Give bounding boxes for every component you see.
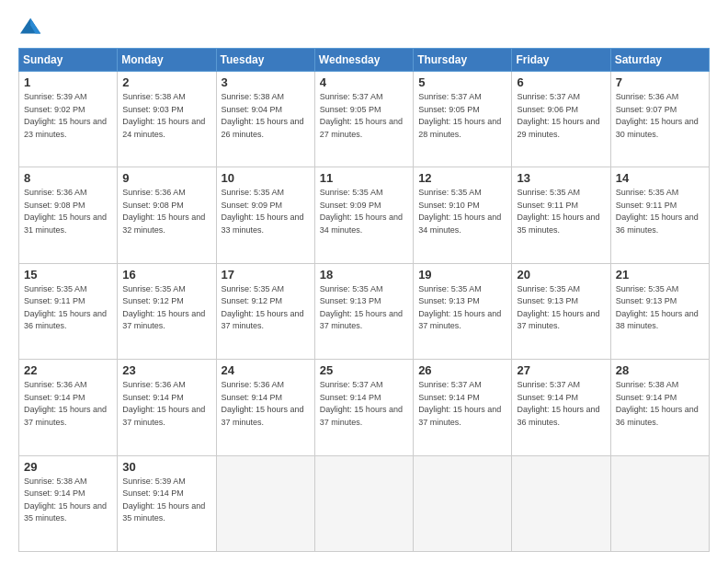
week-row-5: 29Sunrise: 5:38 AMSunset: 9:14 PMDayligh… (19, 455, 710, 551)
weekday-header-wednesday: Wednesday (314, 49, 413, 72)
day-number: 19 (418, 268, 506, 282)
header (18, 17, 710, 39)
calendar-cell: 3Sunrise: 5:38 AMSunset: 9:04 PMDaylight… (216, 72, 314, 167)
day-info: Sunrise: 5:36 AMSunset: 9:08 PMDaylight:… (24, 188, 107, 235)
weekday-header-sunday: Sunday (19, 49, 118, 72)
weekday-header-row: SundayMondayTuesdayWednesdayThursdayFrid… (19, 49, 710, 72)
calendar-cell: 26Sunrise: 5:37 AMSunset: 9:14 PMDayligh… (414, 360, 512, 455)
day-info: Sunrise: 5:35 AMSunset: 9:13 PMDaylight:… (616, 284, 699, 331)
day-info: Sunrise: 5:36 AMSunset: 9:08 PMDaylight:… (122, 188, 205, 235)
day-info: Sunrise: 5:39 AMSunset: 9:14 PMDaylight:… (122, 477, 205, 523)
week-row-2: 8Sunrise: 5:36 AMSunset: 9:08 PMDaylight… (19, 167, 710, 263)
day-info: Sunrise: 5:35 AMSunset: 9:09 PMDaylight:… (320, 188, 403, 235)
calendar-cell: 18Sunrise: 5:35 AMSunset: 9:13 PMDayligh… (314, 263, 413, 359)
day-info: Sunrise: 5:35 AMSunset: 9:10 PMDaylight:… (418, 188, 501, 235)
day-number: 2 (122, 75, 210, 89)
weekday-header-friday: Friday (512, 49, 610, 72)
day-info: Sunrise: 5:37 AMSunset: 9:05 PMDaylight:… (418, 92, 501, 139)
calendar-cell: 17Sunrise: 5:35 AMSunset: 9:12 PMDayligh… (216, 263, 314, 359)
day-number: 12 (418, 171, 506, 185)
calendar-cell: 8Sunrise: 5:36 AMSunset: 9:08 PMDaylight… (19, 167, 118, 263)
day-number: 5 (418, 75, 506, 89)
day-info: Sunrise: 5:36 AMSunset: 9:07 PMDaylight:… (616, 92, 699, 139)
day-number: 15 (24, 268, 112, 282)
day-number: 13 (517, 171, 605, 185)
day-number: 17 (222, 268, 310, 282)
day-info: Sunrise: 5:35 AMSunset: 9:12 PMDaylight:… (222, 284, 304, 331)
calendar-cell: 22Sunrise: 5:36 AMSunset: 9:14 PMDayligh… (19, 360, 118, 455)
day-info: Sunrise: 5:35 AMSunset: 9:09 PMDaylight:… (222, 188, 304, 235)
calendar-cell: 30Sunrise: 5:39 AMSunset: 9:14 PMDayligh… (118, 455, 216, 551)
day-number: 30 (122, 460, 210, 474)
day-info: Sunrise: 5:35 AMSunset: 9:11 PMDaylight:… (517, 188, 599, 235)
calendar-cell: 28Sunrise: 5:38 AMSunset: 9:14 PMDayligh… (610, 360, 709, 455)
calendar-cell: 5Sunrise: 5:37 AMSunset: 9:05 PMDaylight… (414, 72, 512, 167)
weekday-header-monday: Monday (118, 49, 216, 72)
calendar-cell: 9Sunrise: 5:36 AMSunset: 9:08 PMDaylight… (118, 167, 216, 263)
week-row-1: 1Sunrise: 5:39 AMSunset: 9:02 PMDaylight… (19, 72, 710, 167)
calendar-cell: 14Sunrise: 5:35 AMSunset: 9:11 PMDayligh… (610, 167, 709, 263)
day-number: 10 (222, 171, 310, 185)
day-number: 16 (122, 268, 210, 282)
calendar-cell: 24Sunrise: 5:36 AMSunset: 9:14 PMDayligh… (216, 360, 314, 455)
calendar-cell (610, 455, 709, 551)
calendar-cell (414, 455, 512, 551)
logo (18, 17, 48, 39)
weekday-header-thursday: Thursday (414, 49, 512, 72)
day-number: 24 (222, 363, 310, 377)
calendar-cell (314, 455, 413, 551)
day-info: Sunrise: 5:36 AMSunset: 9:14 PMDaylight:… (122, 380, 205, 427)
calendar-cell: 1Sunrise: 5:39 AMSunset: 9:02 PMDaylight… (19, 72, 118, 167)
calendar-cell: 11Sunrise: 5:35 AMSunset: 9:09 PMDayligh… (314, 167, 413, 263)
day-number: 7 (616, 75, 704, 89)
day-info: Sunrise: 5:37 AMSunset: 9:05 PMDaylight:… (320, 92, 403, 139)
day-info: Sunrise: 5:35 AMSunset: 9:11 PMDaylight:… (616, 188, 699, 235)
day-number: 11 (320, 171, 408, 185)
calendar-cell (512, 455, 610, 551)
calendar-cell: 13Sunrise: 5:35 AMSunset: 9:11 PMDayligh… (512, 167, 610, 263)
day-number: 18 (320, 268, 408, 282)
calendar-cell: 29Sunrise: 5:38 AMSunset: 9:14 PMDayligh… (19, 455, 118, 551)
page: SundayMondayTuesdayWednesdayThursdayFrid… (0, 0, 728, 563)
day-info: Sunrise: 5:35 AMSunset: 9:13 PMDaylight:… (517, 284, 599, 331)
day-number: 22 (24, 363, 112, 377)
day-number: 29 (24, 460, 112, 474)
calendar-cell: 23Sunrise: 5:36 AMSunset: 9:14 PMDayligh… (118, 360, 216, 455)
calendar-cell: 25Sunrise: 5:37 AMSunset: 9:14 PMDayligh… (314, 360, 413, 455)
day-number: 21 (616, 268, 704, 282)
calendar-cell: 16Sunrise: 5:35 AMSunset: 9:12 PMDayligh… (118, 263, 216, 359)
calendar-cell: 12Sunrise: 5:35 AMSunset: 9:10 PMDayligh… (414, 167, 512, 263)
day-number: 4 (320, 75, 408, 89)
calendar-cell: 27Sunrise: 5:37 AMSunset: 9:14 PMDayligh… (512, 360, 610, 455)
logo-icon (18, 17, 44, 39)
day-number: 6 (517, 75, 605, 89)
day-info: Sunrise: 5:38 AMSunset: 9:04 PMDaylight:… (222, 92, 304, 139)
calendar-cell: 2Sunrise: 5:38 AMSunset: 9:03 PMDaylight… (118, 72, 216, 167)
calendar-cell: 20Sunrise: 5:35 AMSunset: 9:13 PMDayligh… (512, 263, 610, 359)
weekday-header-tuesday: Tuesday (216, 49, 314, 72)
day-info: Sunrise: 5:38 AMSunset: 9:14 PMDaylight:… (616, 380, 699, 427)
day-number: 1 (24, 75, 112, 89)
day-info: Sunrise: 5:39 AMSunset: 9:02 PMDaylight:… (24, 92, 107, 139)
day-number: 28 (616, 363, 704, 377)
day-number: 14 (616, 171, 704, 185)
calendar-cell: 7Sunrise: 5:36 AMSunset: 9:07 PMDaylight… (610, 72, 709, 167)
day-number: 23 (122, 363, 210, 377)
day-info: Sunrise: 5:37 AMSunset: 9:14 PMDaylight:… (517, 380, 599, 427)
day-number: 20 (517, 268, 605, 282)
day-number: 3 (222, 75, 310, 89)
week-row-3: 15Sunrise: 5:35 AMSunset: 9:11 PMDayligh… (19, 263, 710, 359)
week-row-4: 22Sunrise: 5:36 AMSunset: 9:14 PMDayligh… (19, 360, 710, 455)
day-number: 26 (418, 363, 506, 377)
calendar-cell: 15Sunrise: 5:35 AMSunset: 9:11 PMDayligh… (19, 263, 118, 359)
day-number: 25 (320, 363, 408, 377)
day-info: Sunrise: 5:37 AMSunset: 9:14 PMDaylight:… (320, 380, 403, 427)
day-info: Sunrise: 5:37 AMSunset: 9:06 PMDaylight:… (517, 92, 599, 139)
day-info: Sunrise: 5:38 AMSunset: 9:03 PMDaylight:… (122, 92, 205, 139)
calendar-table: SundayMondayTuesdayWednesdayThursdayFrid… (18, 48, 710, 552)
day-info: Sunrise: 5:36 AMSunset: 9:14 PMDaylight:… (222, 380, 304, 427)
weekday-header-saturday: Saturday (610, 49, 709, 72)
calendar-cell: 4Sunrise: 5:37 AMSunset: 9:05 PMDaylight… (314, 72, 413, 167)
day-info: Sunrise: 5:35 AMSunset: 9:12 PMDaylight:… (122, 284, 205, 331)
day-number: 9 (122, 171, 210, 185)
